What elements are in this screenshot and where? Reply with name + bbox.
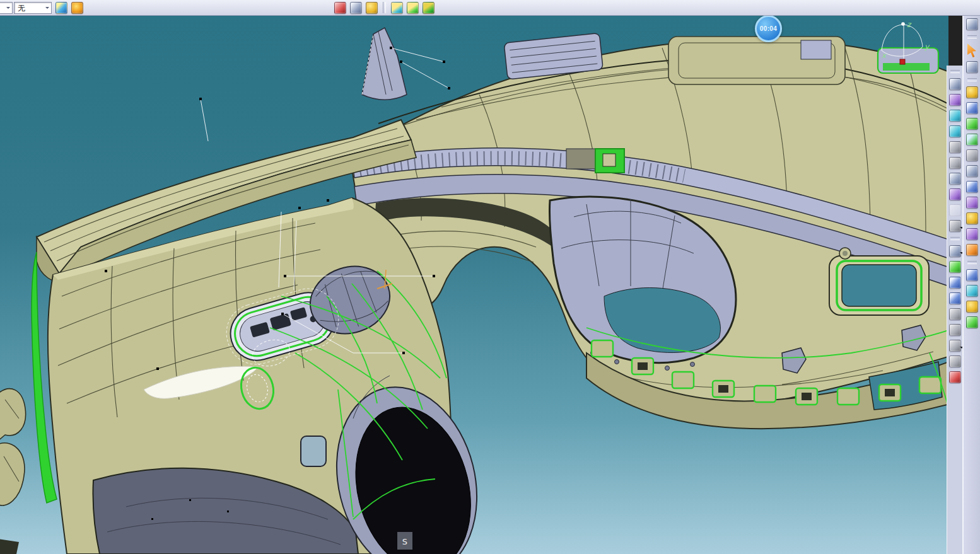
line-type-value: 无 [15,3,44,13]
sidebar-secondary-column [947,66,962,554]
calculator-icon[interactable] [966,181,978,193]
cube-motion-icon[interactable] [949,125,961,137]
glovebox-opening[interactable] [829,248,929,315]
sphere-gear-icon[interactable] [966,86,978,98]
chevron-down-icon [44,3,51,13]
lock-green-arrow-icon[interactable] [407,2,419,14]
publish-link-icon[interactable] [966,18,978,30]
knowledge-tools-group [334,1,435,14]
center-top-recess [668,37,845,84]
chevron-down-icon [5,3,12,13]
anchor-icon[interactable] [949,141,961,153]
recording-timer-text: 00:04 [760,25,778,32]
hand-cube-icon[interactable] [949,110,961,122]
lock-cyan-arrow-icon[interactable] [391,2,403,14]
toolbar-separator [950,237,960,240]
svg-text:S: S [402,537,407,546]
assembly-doc-icon[interactable] [966,118,978,130]
point-annotation [199,98,208,141]
graphic-properties-group [55,1,83,14]
doc-gear-icon[interactable] [366,2,378,14]
catalog-edit-icon[interactable] [350,2,362,14]
grid-gear-icon[interactable] [949,220,961,232]
gear-pair-icon[interactable] [966,301,978,313]
folder-catalog-icon[interactable] [966,228,978,240]
toolbar-separator [967,78,977,81]
image-catalog-icon[interactable] [966,197,978,209]
right-top-bracket [878,48,938,73]
paperclip-icon[interactable] [949,157,961,169]
wrench-tool-icon[interactable] [966,149,978,161]
toolbar-separator [967,35,977,38]
exploded-view-icon[interactable] [949,245,961,257]
layer-stack-icon[interactable] [966,212,978,224]
search-binoculars-icon[interactable] [966,269,978,281]
pocket-recess [301,436,326,466]
colored-cube-icon[interactable] [949,94,961,106]
compass-z-label: z [907,20,912,29]
search-binoculars-alt-icon[interactable] [966,285,978,297]
fly-through-icon[interactable] [966,61,978,73]
toolbar-separator [950,70,960,73]
catalog-browser-icon[interactable] [334,2,346,14]
manikin-icon[interactable] [949,355,961,367]
export-doc-icon[interactable] [966,134,978,146]
toolbar-separator [383,2,386,13]
chain-link-icon[interactable] [949,78,961,90]
select-arrow-cursor-icon[interactable] [965,43,978,57]
toolbar-separator [967,261,977,264]
partial-part-left-edge[interactable] [0,389,26,554]
frame-doc-alt-icon[interactable] [949,292,961,304]
record-simulation-icon[interactable] [949,324,961,336]
annotate-screen-icon[interactable] [949,173,961,185]
clash-shape-icon[interactable] [949,261,961,273]
viewport-3d[interactable]: S z x y 00:04 [0,15,948,554]
model-s-label: S [397,532,412,550]
frame-doc-icon[interactable] [949,277,961,289]
star-favorite-icon[interactable] [966,316,978,328]
cad-application-window: 无 [0,0,980,554]
lighter-tool-icon[interactable] [71,2,83,14]
section-cut-icon[interactable] [949,308,961,320]
model-canvas: S z x y [0,15,948,554]
top-toolbar: 无 [0,0,980,16]
gear-settings-icon[interactable] [966,244,978,256]
sidebar-primary-column [962,15,980,554]
pillar-trim-fin[interactable] [362,28,450,100]
part-design-doc-icon[interactable] [966,102,978,114]
lock-green-check-icon[interactable] [423,2,435,14]
recording-timer-badge: 00:04 [755,15,782,42]
compass-origin-dot [900,59,905,64]
track-shape-icon[interactable] [949,340,961,352]
trim-keyboard-icon[interactable] [966,165,978,177]
ghost-shape-icon[interactable] [949,204,961,216]
line-type-dropdown[interactable]: 无 [14,2,52,14]
machine-red-icon[interactable] [949,371,961,383]
paint-brush-icon[interactable] [55,2,67,14]
line-width-dropdown[interactable] [0,2,13,14]
link-purple-icon[interactable] [949,188,961,200]
